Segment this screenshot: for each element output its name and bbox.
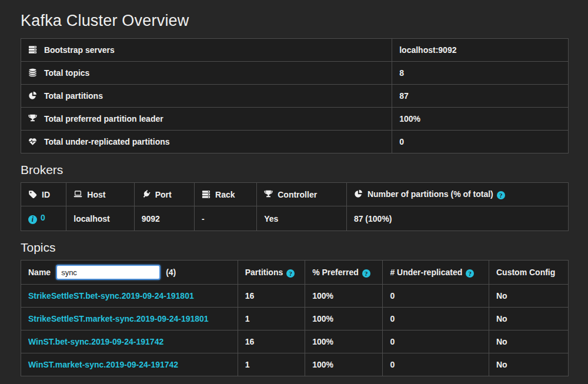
topic-custom-config: No [489, 330, 568, 353]
cluster-row-value: 0 [392, 131, 569, 153]
topic-preferred: 100% [305, 285, 383, 308]
col-header-rack: Rack [215, 190, 235, 199]
topic-under-replicated: 0 [383, 308, 489, 330]
col-header-controller: Controller [278, 190, 317, 199]
topic-partitions: 16 [238, 330, 305, 353]
col-header-topic-partitions: Partitions [245, 268, 283, 277]
col-header-id: ID [42, 190, 50, 199]
cluster-row-label: Bootstrap servers [44, 45, 115, 55]
topic-name-link[interactable]: WinST.bet-sync.2019-09-24-191742 [28, 337, 163, 346]
col-header-name: Name [28, 268, 51, 277]
brokers-table: ID Host Port Rack Controller Number of p… [21, 182, 569, 231]
filter-match-count: (4) [166, 268, 176, 277]
topic-partitions: 1 [238, 308, 305, 330]
laptop-icon [74, 190, 82, 199]
server-icon [28, 45, 37, 54]
topic-filter-input[interactable] [56, 265, 161, 280]
topic-custom-config: No [489, 353, 568, 376]
col-header-under-replicated: # Under-replicated [390, 268, 462, 277]
help-icon[interactable]: ? [362, 269, 370, 278]
topic-name-link[interactable]: StrikeSettleST.market-sync.2019-09-24-19… [28, 314, 209, 323]
cluster-row-value: 8 [392, 62, 569, 85]
table-row: Total under-replicated partitions 0 [21, 131, 569, 153]
col-header-preferred: % Preferred [312, 268, 359, 277]
help-icon[interactable]: ? [286, 269, 295, 278]
broker-id-link[interactable]: i0 [28, 213, 45, 222]
cluster-overview-table: Bootstrap servers localhost:9092 Total t… [21, 38, 569, 153]
trophy-icon [28, 114, 37, 123]
col-header-host: Host [87, 190, 105, 199]
topic-name-link[interactable]: StrikeSettleST.bet-sync.2019-09-24-19180… [28, 291, 194, 300]
broker-controller: Yes [257, 206, 347, 231]
topic-under-replicated: 0 [383, 330, 489, 353]
server-icon [202, 190, 211, 199]
broker-id: 0 [41, 213, 45, 222]
topic-name-link[interactable]: WinST.market-sync.2019-09-24-191742 [28, 360, 178, 369]
page-title: Kafka Cluster Overview [21, 12, 569, 30]
topic-preferred: 100% [305, 353, 383, 376]
info-icon: i [28, 215, 37, 224]
broker-port: 9092 [134, 206, 194, 231]
pie-chart-icon [354, 189, 363, 198]
brokers-heading: Brokers [21, 163, 569, 177]
topic-preferred: 100% [305, 330, 383, 353]
cluster-row-value: 87 [392, 85, 569, 108]
broker-row: i0 localhost 9092 - Yes 87 (100%) [21, 206, 569, 231]
topic-under-replicated: 0 [383, 285, 489, 308]
help-icon[interactable]: ? [497, 191, 505, 199]
table-header-row: Name (4) Partitions? % Preferred? # Unde… [21, 261, 569, 285]
table-row: Total partitions 87 [21, 85, 569, 108]
cluster-row-value: localhost:9092 [392, 39, 569, 62]
cluster-row-label: Total partitions [44, 91, 103, 101]
table-row: Total topics 8 [21, 62, 569, 85]
broker-host: localhost [66, 206, 134, 231]
broker-partitions: 87 (100%) [346, 206, 568, 231]
cluster-row-value: 100% [392, 108, 569, 131]
page: Kafka Cluster Overview Bootstrap servers… [0, 0, 588, 376]
plug-icon [142, 190, 151, 199]
topic-partitions: 16 [238, 285, 305, 308]
topic-custom-config: No [489, 285, 568, 308]
topics-table: Name (4) Partitions? % Preferred? # Unde… [21, 260, 569, 376]
topic-row: WinST.market-sync.2019-09-24-191742 1 10… [21, 353, 569, 376]
col-header-custom-config: Custom Config [496, 268, 555, 277]
database-icon [28, 68, 37, 77]
topic-custom-config: No [489, 308, 568, 330]
cluster-row-label: Total under-replicated partitions [44, 137, 170, 146]
cluster-row-label: Total preferred partition leader [44, 114, 163, 123]
topic-under-replicated: 0 [383, 353, 489, 376]
broker-rack: - [195, 206, 257, 231]
table-row: Total preferred partition leader 100% [21, 108, 569, 131]
col-header-port: Port [155, 190, 172, 199]
help-icon[interactable]: ? [466, 269, 474, 278]
topic-row: StrikeSettleST.bet-sync.2019-09-24-19180… [21, 285, 569, 308]
trophy-icon [264, 190, 273, 199]
heartbeat-icon [28, 137, 37, 146]
topic-partitions: 1 [238, 353, 305, 376]
table-row: Bootstrap servers localhost:9092 [21, 39, 569, 62]
table-header-row: ID Host Port Rack Controller Number of p… [21, 183, 569, 206]
pie-chart-icon [28, 91, 37, 100]
topics-heading: Topics [21, 241, 569, 255]
topic-row: WinST.bet-sync.2019-09-24-191742 16 100%… [21, 330, 569, 353]
topic-preferred: 100% [305, 308, 383, 330]
tag-icon [28, 190, 37, 199]
col-header-partitions: Number of partitions (% of total) [368, 189, 493, 199]
cluster-row-label: Total topics [44, 68, 90, 78]
topic-row: StrikeSettleST.market-sync.2019-09-24-19… [21, 308, 569, 330]
